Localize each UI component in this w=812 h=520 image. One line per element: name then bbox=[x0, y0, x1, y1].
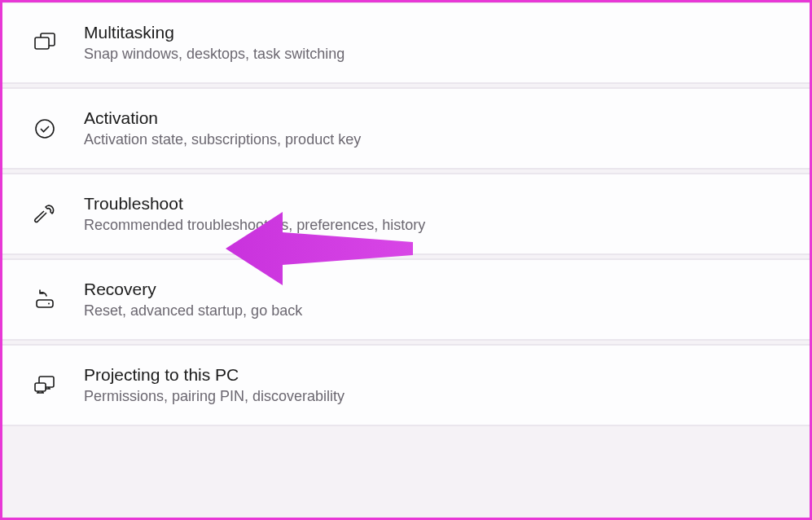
item-description: Permissions, pairing PIN, discoverabilit… bbox=[84, 388, 345, 405]
item-title: Troubleshoot bbox=[84, 194, 425, 214]
item-description: Reset, advanced startup, go back bbox=[84, 302, 302, 319]
settings-list: Multitasking Snap windows, desktops, tas… bbox=[2, 2, 810, 430]
settings-item-multitasking[interactable]: Multitasking Snap windows, desktops, tas… bbox=[2, 2, 810, 84]
svg-rect-4 bbox=[35, 383, 46, 391]
item-description: Snap windows, desktops, task switching bbox=[84, 46, 345, 63]
multitasking-icon bbox=[27, 25, 63, 61]
item-text-group: Activation Activation state, subscriptio… bbox=[84, 108, 361, 148]
activation-icon bbox=[27, 111, 63, 147]
svg-rect-0 bbox=[35, 37, 49, 49]
item-title: Activation bbox=[84, 108, 361, 128]
svg-point-2 bbox=[48, 302, 50, 304]
item-description: Recommended troubleshooters, preferences… bbox=[84, 217, 425, 234]
settings-item-troubleshoot[interactable]: Troubleshoot Recommended troubleshooters… bbox=[2, 173, 810, 255]
settings-item-recovery[interactable]: Recovery Reset, advanced startup, go bac… bbox=[2, 258, 810, 341]
item-title: Multitasking bbox=[84, 23, 345, 42]
item-text-group: Troubleshoot Recommended troubleshooters… bbox=[84, 194, 425, 234]
svg-point-1 bbox=[36, 120, 54, 138]
troubleshoot-icon bbox=[27, 196, 63, 232]
item-text-group: Recovery Reset, advanced startup, go bac… bbox=[84, 280, 302, 319]
item-title: Projecting to this PC bbox=[84, 365, 345, 385]
settings-item-projecting[interactable]: Projecting to this PC Permissions, pairi… bbox=[2, 344, 810, 426]
settings-item-activation[interactable]: Activation Activation state, subscriptio… bbox=[2, 87, 810, 170]
projecting-icon bbox=[27, 368, 63, 403]
item-text-group: Projecting to this PC Permissions, pairi… bbox=[84, 365, 345, 405]
item-description: Activation state, subscriptions, product… bbox=[84, 131, 361, 148]
item-title: Recovery bbox=[84, 280, 302, 299]
recovery-icon bbox=[27, 282, 63, 318]
item-text-group: Multitasking Snap windows, desktops, tas… bbox=[84, 23, 345, 63]
